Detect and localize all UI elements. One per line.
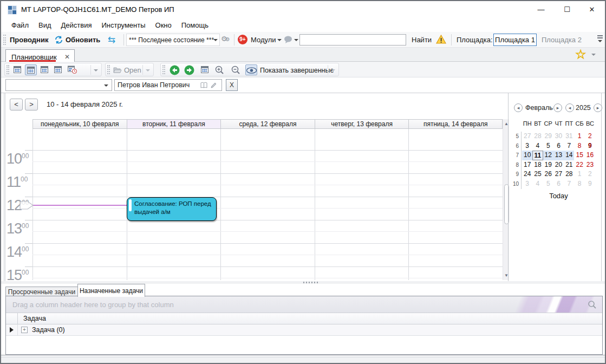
mc-day-cell[interactable]: 3 — [522, 179, 532, 189]
mc-day-cell[interactable]: 12 — [543, 151, 553, 160]
prev-month-button[interactable]: ◂ — [514, 103, 523, 112]
view-group-grip[interactable] — [6, 65, 9, 74]
mc-day-cell[interactable]: 8 — [575, 141, 585, 151]
mc-day-cell[interactable]: 9 — [585, 141, 595, 151]
nav-group-grip[interactable] — [162, 65, 165, 74]
mc-day-cell[interactable]: 18 — [532, 160, 543, 170]
splitter-handle[interactable] — [303, 282, 320, 283]
day-header[interactable]: среда, 12 февраля — [220, 119, 315, 129]
close-button[interactable]: ✕ — [583, 1, 601, 18]
grid-search-icon[interactable] — [588, 300, 597, 309]
view-dropdown[interactable] — [90, 65, 100, 75]
favorites-star-icon[interactable]: ☆ — [575, 47, 587, 62]
mc-day-cell[interactable]: 17 — [522, 160, 532, 170]
modules-dropdown-arrow[interactable] — [277, 39, 282, 41]
mc-day-cell[interactable]: 21 — [564, 160, 574, 170]
day-header[interactable]: четверг, 13 февраля — [315, 119, 409, 129]
menu-Файл[interactable]: Файл — [6, 19, 34, 31]
menu-Вид[interactable]: Вид — [34, 19, 56, 31]
calendar-event[interactable]: Согласование: РОП перед выдачей а/м — [127, 197, 217, 221]
toolbar-overflow-icon[interactable] — [597, 35, 603, 42]
zoom-in-icon[interactable] — [215, 66, 224, 75]
menu-Инструменты[interactable]: Инструменты — [96, 19, 150, 31]
mc-day-cell[interactable]: 16 — [585, 151, 595, 160]
workweek-view-button[interactable] — [38, 64, 50, 75]
mc-day-cell[interactable]: 7 — [564, 179, 574, 189]
mc-day-cell[interactable]: 1 — [575, 170, 585, 179]
mc-day-cell[interactable]: 28 — [564, 170, 574, 179]
mc-day-cell[interactable]: 9 — [585, 179, 595, 189]
menu-Окно[interactable]: Окно — [151, 19, 177, 31]
tab-planner[interactable]: Планировщик ✕ — [5, 49, 75, 62]
mc-day-cell[interactable]: 27 — [522, 132, 532, 141]
maximize-button[interactable]: ☐ — [558, 1, 576, 18]
mc-day-cell[interactable]: 13 — [553, 151, 564, 160]
day-view-button[interactable] — [11, 64, 23, 75]
tab-assigned-tasks[interactable]: Назначенные задачи — [77, 284, 145, 297]
warning-icon[interactable] — [436, 35, 446, 44]
task-group-row[interactable]: + Задача (0) — [6, 324, 602, 336]
mc-day-cell[interactable]: 6 — [553, 179, 564, 189]
open-group-grip[interactable] — [107, 65, 110, 74]
clear-filter-button[interactable]: X — [226, 79, 238, 91]
mc-day-cell[interactable]: 10 — [522, 151, 532, 160]
state-dropdown[interactable]: *** Последнее состояние *** — [129, 36, 214, 44]
next-month-button[interactable]: ▸ — [553, 103, 562, 112]
day-header[interactable]: вторник, 11 февраля — [127, 119, 221, 129]
menu-Помощь[interactable]: Помощь — [177, 19, 213, 31]
gears-icon[interactable]: ⚙⚙ — [221, 35, 230, 43]
tab-close-icon[interactable]: ✕ — [64, 53, 70, 61]
month-view-button[interactable] — [52, 64, 64, 75]
mc-day-cell[interactable]: 11 — [532, 151, 543, 160]
mc-day-cell[interactable]: 29 — [543, 132, 553, 141]
mc-day-cell[interactable]: 15 — [575, 151, 585, 160]
show-completed-toggle[interactable] — [245, 64, 257, 75]
favorites-dropdown-arrow[interactable] — [591, 54, 596, 56]
mc-day-cell[interactable]: 26 — [543, 170, 553, 179]
find-button[interactable]: Найти — [412, 36, 432, 44]
prev-range-button[interactable]: < — [10, 99, 23, 110]
mc-day-cell[interactable]: 28 — [532, 132, 543, 141]
minimize-button[interactable]: — — [532, 1, 550, 18]
explorer-button[interactable]: Проводник — [10, 36, 48, 44]
site1-button[interactable]: Площадка 1 — [493, 34, 537, 46]
prev-year-button[interactable]: ◂ — [565, 103, 574, 112]
today-button[interactable]: Today — [522, 192, 595, 200]
search-input[interactable] — [299, 34, 406, 46]
swap-arrows-icon[interactable]: ⇆ — [108, 34, 115, 46]
zoom-out-icon[interactable] — [231, 66, 240, 75]
mc-day-cell[interactable]: 4 — [532, 141, 543, 151]
mc-day-cell[interactable]: 27 — [553, 170, 564, 179]
mc-day-cell[interactable]: 1 — [575, 132, 585, 141]
open-button[interactable]: Open — [124, 66, 141, 74]
person-field[interactable]: Петров Иван Петрович — [114, 79, 222, 91]
filter-combobox[interactable] — [5, 79, 112, 91]
balloon-icon[interactable] — [284, 36, 292, 43]
site2-button[interactable]: Площадка 2 — [542, 36, 582, 44]
next-range-button[interactable]: > — [25, 99, 38, 110]
next-day-icon[interactable] — [184, 65, 194, 75]
mc-day-cell[interactable]: 20 — [553, 160, 564, 170]
mc-day-cell[interactable]: 23 — [585, 160, 595, 170]
day-header[interactable]: пятница, 14 февраля — [408, 119, 503, 129]
mc-day-cell[interactable]: 25 — [532, 170, 543, 179]
mc-day-cell[interactable]: 4 — [532, 179, 543, 189]
week-view-button[interactable] — [25, 64, 37, 75]
mc-day-cell[interactable]: 2 — [585, 132, 595, 141]
goto-date-button[interactable] — [199, 64, 211, 75]
mc-day-cell[interactable]: 7 — [564, 141, 574, 151]
state-dropdown-arrow[interactable] — [213, 39, 218, 41]
day-header[interactable]: понедельник, 10 февраля — [32, 119, 127, 129]
show-completed-dropdown[interactable] — [328, 65, 337, 75]
mc-day-cell[interactable]: 22 — [575, 160, 585, 170]
book-icon[interactable] — [200, 82, 207, 89]
menu-Действия[interactable]: Действия — [56, 19, 97, 31]
modules-button[interactable]: Модули — [251, 36, 276, 44]
mc-day-cell[interactable]: 5 — [543, 179, 553, 189]
refresh-button[interactable]: Обновить — [66, 36, 100, 44]
next-year-button[interactable]: ▸ — [594, 103, 602, 112]
toolbar-grip[interactable] — [3, 35, 6, 45]
mc-day-cell[interactable]: 31 — [564, 132, 574, 141]
timeline-view-button[interactable] — [66, 64, 78, 75]
mc-day-cell[interactable]: 30 — [553, 132, 564, 141]
